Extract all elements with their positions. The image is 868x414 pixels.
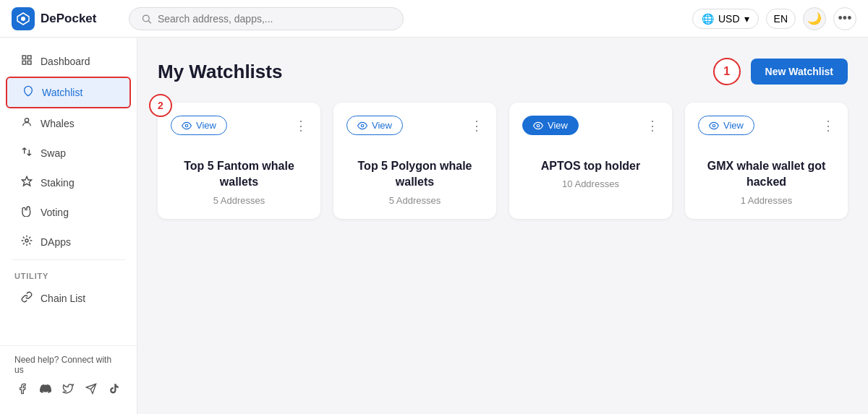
card-4-title: GMX whale wallet got hacked bbox=[698, 158, 835, 191]
card-1-view-label: View bbox=[196, 120, 216, 131]
twitter-icon[interactable] bbox=[61, 381, 77, 397]
svg-point-12 bbox=[185, 124, 188, 127]
card-4-count: 1 Addresses bbox=[698, 195, 835, 206]
tiktok-icon[interactable] bbox=[106, 381, 122, 397]
search-input[interactable] bbox=[158, 13, 391, 25]
sidebar-divider bbox=[12, 259, 125, 260]
sidebar-label-chainlist: Chain List bbox=[41, 293, 85, 304]
theme-toggle-button[interactable]: 🌙 bbox=[803, 7, 826, 30]
card-2-top: View ⋮ bbox=[346, 116, 483, 135]
chevron-down-icon: ▾ bbox=[744, 13, 749, 25]
svg-rect-4 bbox=[27, 56, 31, 59]
dashboard-icon bbox=[20, 54, 33, 69]
watchlist-card-2: View ⋮ Top 5 Polygon whale wallets 5 Add… bbox=[333, 103, 496, 219]
svg-rect-5 bbox=[22, 61, 26, 64]
eye-icon bbox=[533, 121, 543, 131]
sidebar-label-voting: Voting bbox=[41, 207, 69, 218]
svg-rect-3 bbox=[22, 56, 26, 59]
card-1-more-button[interactable]: ⋮ bbox=[294, 119, 307, 132]
sidebar-label-dashboard: Dashboard bbox=[41, 56, 90, 67]
watchlist-card-3: View ⋮ APTOS top holder 10 Addresses bbox=[509, 103, 672, 219]
moon-icon: 🌙 bbox=[807, 12, 822, 25]
header-actions: 1 New Watchlist bbox=[713, 58, 848, 85]
card-3-title: APTOS top holder bbox=[522, 158, 659, 174]
eye-icon bbox=[182, 121, 192, 131]
app-header: DePocket 🌐 USD ▾ EN 🌙 ••• bbox=[0, 0, 868, 38]
watchlist-card-4: View ⋮ GMX whale wallet got hacked 1 Add… bbox=[685, 103, 848, 219]
new-watchlist-button[interactable]: New Watchlist bbox=[751, 59, 848, 85]
help-text: Need help? Connect with us bbox=[14, 355, 122, 375]
logo-icon bbox=[12, 7, 35, 30]
card-2-view-button[interactable]: View bbox=[346, 116, 403, 135]
whales-icon bbox=[20, 116, 33, 131]
currency-button[interactable]: 🌐 USD ▾ bbox=[692, 9, 759, 29]
svg-rect-6 bbox=[27, 61, 31, 64]
card-2-count: 5 Addresses bbox=[346, 195, 483, 206]
svg-point-1 bbox=[142, 15, 149, 22]
card-3-view-button[interactable]: View bbox=[522, 116, 579, 135]
sidebar-item-watchlist[interactable]: Watchlist bbox=[6, 77, 131, 108]
language-label: EN bbox=[774, 13, 788, 25]
search-icon bbox=[141, 13, 152, 25]
content-header: My Watchlists 1 New Watchlist bbox=[158, 58, 848, 85]
watchlist-icon bbox=[22, 85, 35, 100]
card-2-more-button[interactable]: ⋮ bbox=[470, 119, 483, 132]
page-title: My Watchlists bbox=[158, 61, 282, 83]
swap-icon bbox=[20, 146, 33, 160]
svg-point-0 bbox=[21, 17, 25, 21]
card-3-top: View ⋮ bbox=[522, 116, 659, 135]
voting-icon bbox=[20, 205, 33, 220]
sidebar-label-staking: Staking bbox=[41, 177, 75, 189]
sidebar-label-swap: Swap bbox=[41, 147, 66, 159]
sidebar-item-swap[interactable]: Swap bbox=[6, 139, 131, 168]
card-4-more-button[interactable]: ⋮ bbox=[822, 119, 835, 132]
discord-icon[interactable] bbox=[38, 381, 54, 397]
sidebar-item-dashboard[interactable]: Dashboard bbox=[6, 47, 131, 76]
language-button[interactable]: EN bbox=[766, 9, 796, 29]
sidebar-label-whales: Whales bbox=[41, 118, 75, 129]
sidebar-label-watchlist: Watchlist bbox=[42, 87, 82, 98]
card-3-more-button[interactable]: ⋮ bbox=[646, 119, 659, 132]
eye-icon bbox=[709, 121, 719, 131]
card-4-top: View ⋮ bbox=[698, 116, 835, 135]
logo-text: DePocket bbox=[41, 12, 96, 26]
more-options-button[interactable]: ••• bbox=[833, 7, 856, 30]
card-1-count: 5 Addresses bbox=[171, 195, 307, 206]
sidebar-footer: Need help? Connect with us bbox=[0, 345, 137, 405]
main-layout: Dashboard Watchlist Whales Swap bbox=[0, 38, 868, 414]
watchlist-cards-grid: 2 View ⋮ Top 5 Fantom whale wallets 5 Ad… bbox=[158, 103, 848, 219]
sidebar-nav: Dashboard Watchlist Whales Swap bbox=[0, 46, 137, 345]
card-1-view-button[interactable]: View bbox=[171, 116, 227, 135]
svg-marker-8 bbox=[22, 176, 31, 186]
dapps-icon bbox=[20, 235, 33, 249]
chainlist-icon bbox=[20, 291, 33, 306]
sidebar-label-dapps: DApps bbox=[41, 236, 71, 248]
card-3-view-label: View bbox=[548, 120, 568, 131]
eye-icon bbox=[357, 121, 367, 131]
card-1-top: View ⋮ bbox=[171, 116, 307, 135]
svg-point-9 bbox=[25, 239, 28, 242]
main-content: My Watchlists 1 New Watchlist 2 View ⋮ T… bbox=[137, 38, 868, 414]
card-3-count: 10 Addresses bbox=[522, 178, 659, 189]
card-4-view-label: View bbox=[723, 120, 744, 131]
card-4-view-button[interactable]: View bbox=[698, 116, 754, 135]
logo-area: DePocket bbox=[12, 7, 120, 30]
sidebar-item-chainlist[interactable]: Chain List bbox=[6, 284, 131, 313]
watchlist-card-1: 2 View ⋮ Top 5 Fantom whale wallets 5 Ad… bbox=[158, 103, 320, 219]
more-icon: ••• bbox=[838, 11, 852, 26]
card-2-view-label: View bbox=[372, 120, 392, 131]
utility-section-label: UTILITY bbox=[0, 263, 137, 283]
social-icons bbox=[14, 381, 122, 397]
telegram-icon[interactable] bbox=[83, 381, 99, 397]
card-1-badge: 2 bbox=[149, 94, 172, 117]
sidebar-item-whales[interactable]: Whales bbox=[6, 109, 131, 138]
globe-icon: 🌐 bbox=[702, 13, 714, 25]
sidebar-item-staking[interactable]: Staking bbox=[6, 168, 131, 197]
sidebar-item-dapps[interactable]: DApps bbox=[6, 228, 131, 256]
svg-point-13 bbox=[361, 124, 364, 127]
facebook-icon[interactable] bbox=[14, 381, 30, 397]
watchlist-count-badge: 1 bbox=[713, 58, 741, 85]
card-2-title: Top 5 Polygon whale wallets bbox=[346, 158, 483, 191]
sidebar-item-voting[interactable]: Voting bbox=[6, 198, 131, 227]
search-bar[interactable] bbox=[129, 7, 404, 30]
